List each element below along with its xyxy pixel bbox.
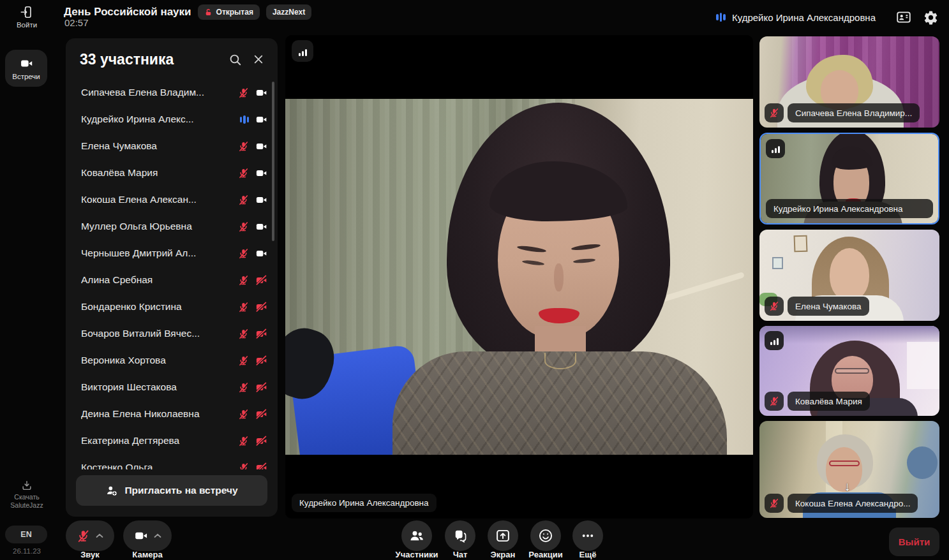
mic-muted-icon — [238, 382, 249, 393]
leave-button[interactable]: Выйти — [889, 527, 939, 556]
screen-share-button[interactable] — [488, 520, 518, 551]
video-tile[interactable]: ↓ Кокоша Елена Александро... — [759, 421, 939, 518]
chevron-up-icon[interactable] — [96, 533, 103, 538]
camera-label: Камера — [123, 550, 172, 559]
login-button[interactable]: Войти — [0, 5, 54, 29]
mic-muted-icon — [238, 409, 249, 420]
more-button[interactable] — [572, 520, 603, 551]
tile-name-label: Елена Чумакова — [788, 297, 869, 316]
camera-muted-icon — [255, 328, 267, 340]
participant-row[interactable]: Деина Елена Николаевна — [66, 401, 278, 427]
login-icon — [0, 5, 54, 19]
invite-button[interactable]: Пригласить на встречу — [76, 475, 267, 506]
main-video-stage: Кудрейко Ирина Александровна — [285, 35, 753, 519]
sound-button[interactable] — [66, 520, 114, 551]
mic-muted-icon — [238, 248, 249, 259]
video-tile-active-speaker[interactable]: Кудрейко Ирина Александровна — [759, 133, 939, 225]
video-tile[interactable]: Ковалёва Мария — [759, 326, 939, 416]
more-label: Ещё — [560, 550, 616, 559]
camera-muted-icon — [255, 301, 267, 313]
participant-row[interactable]: Екатерина Дегтярева — [66, 427, 278, 454]
speaking-indicator-icon — [240, 115, 250, 124]
settings-gear-icon[interactable] — [923, 10, 939, 26]
participant-row[interactable]: Елена Чумакова — [66, 133, 278, 159]
camera-on-icon — [255, 194, 267, 206]
mic-muted-icon — [238, 275, 249, 286]
contact-card-icon[interactable] — [895, 9, 912, 26]
participant-row[interactable]: Муллер Ольга Юрьевна — [66, 213, 278, 240]
video-camera-icon — [134, 529, 148, 543]
ellipsis-icon — [579, 527, 596, 544]
mic-muted-icon — [765, 392, 784, 411]
video-camera-icon — [20, 57, 33, 70]
tile-name-label: Сипачева Елена Владимир... — [788, 103, 920, 122]
tile-name-label: Ковалёва Мария — [788, 392, 870, 411]
participants-scrollbar[interactable] — [272, 82, 274, 241]
video-tile[interactable]: Елена Чумакова — [759, 230, 939, 321]
camera-muted-icon — [255, 435, 267, 447]
camera-muted-icon — [255, 274, 267, 286]
camera-muted-icon — [255, 355, 267, 367]
participant-row[interactable]: Виктория Шестакова — [66, 374, 278, 401]
participants-count-title: 33 участника — [80, 51, 218, 68]
mic-muted-icon — [77, 529, 90, 543]
participant-row[interactable]: Костенко Ольга — [66, 454, 278, 469]
active-speaker-name: Кудрейко Ирина Александровна — [732, 12, 876, 23]
participant-row[interactable]: Сипачева Елена Владим... — [66, 79, 278, 106]
language-switch[interactable]: EN — [5, 526, 47, 543]
camera-button[interactable] — [123, 520, 172, 551]
mic-muted-icon — [238, 355, 249, 366]
participant-row[interactable]: Бондаренко Кристина — [66, 293, 278, 320]
mic-muted-icon — [765, 297, 784, 316]
participant-row[interactable]: Чернышев Дмитрий Ал... — [66, 240, 278, 267]
meetings-button[interactable]: Встречи — [5, 50, 47, 87]
active-speaker-audio-icon — [716, 13, 726, 22]
video-tile[interactable]: Сипачева Елена Владимир... — [759, 36, 939, 128]
camera-muted-icon — [255, 408, 267, 420]
participant-row[interactable]: Вероника Хортова — [66, 347, 278, 374]
mic-muted-icon — [238, 462, 249, 470]
people-icon — [408, 527, 425, 544]
mic-muted-icon — [238, 436, 249, 446]
mouse-cursor: ↓ — [844, 479, 851, 494]
camera-on-icon — [255, 247, 267, 260]
participant-row[interactable]: Алина Сребная — [66, 267, 278, 293]
connection-quality-icon — [292, 40, 313, 62]
camera-on-icon — [255, 221, 267, 233]
mic-muted-icon — [238, 87, 249, 98]
mic-muted-icon — [765, 103, 784, 122]
screen-share-icon — [495, 527, 511, 544]
person-add-icon — [105, 484, 118, 497]
mic-muted-icon — [238, 221, 249, 232]
open-lock-icon — [204, 8, 213, 17]
download-label: Скачать SaluteJazz — [0, 493, 54, 510]
chevron-up-icon[interactable] — [154, 533, 161, 538]
download-salutejazz-button[interactable]: Скачать SaluteJazz — [0, 480, 54, 510]
reactions-button[interactable] — [530, 520, 561, 551]
meetings-label: Встречи — [12, 73, 40, 80]
mic-muted-icon — [238, 141, 249, 152]
participants-button[interactable] — [401, 520, 432, 551]
chat-button[interactable] — [445, 520, 475, 551]
camera-on-icon — [255, 114, 267, 126]
tile-name-label: Кокоша Елена Александро... — [788, 494, 918, 513]
participants-panel: 33 участника Сипачева Елена Владим... Ку… — [66, 38, 278, 517]
close-icon[interactable] — [252, 53, 265, 66]
camera-on-icon — [255, 140, 267, 152]
search-icon[interactable] — [228, 53, 242, 66]
mic-muted-icon — [238, 328, 249, 339]
camera-muted-icon — [255, 381, 267, 394]
participant-row[interactable]: Бочаров Виталий Вячес... — [66, 320, 278, 347]
participant-row[interactable]: Кудрейко Ирина Алекс... — [66, 106, 278, 133]
participant-row[interactable]: Ковалёва Мария — [66, 159, 278, 186]
app-window: Войти День Российской науки Открытая Jaz… — [0, 0, 949, 560]
participant-row[interactable]: Кокоша Елена Алексан... — [66, 186, 278, 213]
main-video-feed — [285, 99, 753, 455]
participants-list: Сипачева Елена Владим... Кудрейко Ирина … — [66, 79, 278, 469]
camera-on-icon — [255, 167, 267, 179]
invite-label: Пригласить на встречу — [124, 485, 237, 496]
jazznext-badge: JazzNext — [266, 4, 311, 20]
meeting-timer: 02:57 — [64, 17, 89, 28]
mic-muted-icon — [238, 302, 249, 313]
mic-muted-icon — [238, 168, 249, 179]
